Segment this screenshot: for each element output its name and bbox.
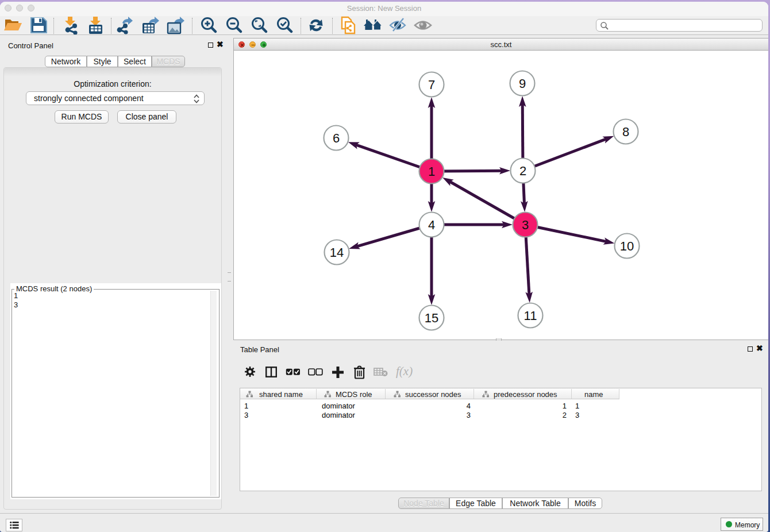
- svg-text:14: 14: [330, 245, 344, 260]
- svg-text:4: 4: [428, 218, 435, 232]
- svg-text:2: 2: [519, 164, 526, 178]
- svg-text:1: 1: [428, 164, 435, 179]
- svg-text:11: 11: [524, 309, 537, 323]
- svg-text:10: 10: [620, 239, 634, 253]
- svg-text:9: 9: [519, 76, 526, 91]
- svg-text:8: 8: [622, 125, 629, 139]
- svg-text:15: 15: [425, 311, 438, 325]
- svg-text:3: 3: [522, 218, 529, 232]
- svg-text:6: 6: [333, 131, 340, 145]
- svg-text:7: 7: [428, 78, 435, 92]
